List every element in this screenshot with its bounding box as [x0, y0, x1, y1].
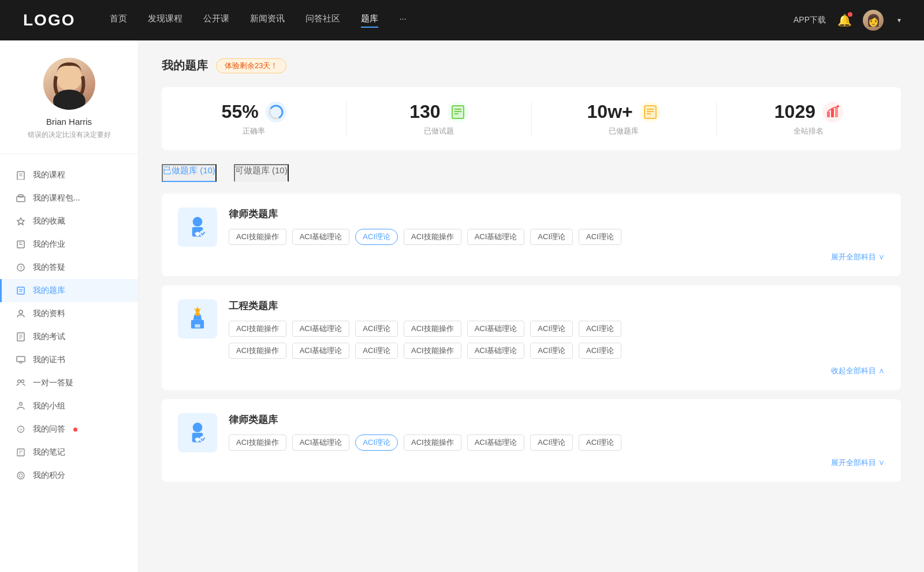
favorites-icon — [16, 216, 26, 226]
tag[interactable]: ACI基础理论 — [467, 343, 525, 359]
onetoone-icon — [16, 378, 26, 388]
stat-accuracy-value: 55% — [222, 101, 259, 122]
sidebar-item-courses[interactable]: 我的课程 — [0, 164, 138, 187]
tag[interactable]: ACI基础理论 — [467, 229, 525, 245]
user-menu-chevron[interactable]: ▾ — [897, 16, 901, 24]
tag[interactable]: ACI基础理论 — [292, 321, 350, 337]
tag[interactable]: ACI技能操作 — [404, 434, 461, 451]
svg-point-56 — [195, 309, 199, 313]
tag[interactable]: ACI理论 — [579, 321, 621, 337]
sidebar-item-qa[interactable]: ? 我的答疑 — [0, 256, 138, 279]
sidebar-item-coursepack[interactable]: 我的课程包... — [0, 187, 138, 210]
sidebar-item-homework[interactable]: 我的作业 — [0, 233, 138, 256]
stat-done-banks: 10w+ 已做题库 — [532, 101, 717, 136]
tag[interactable]: ACI技能操作 — [229, 434, 286, 451]
sidebar-label: 一对一答疑 — [33, 378, 73, 388]
tag[interactable]: ACI基础理论 — [292, 434, 350, 451]
svg-text:?: ? — [19, 265, 22, 271]
tag[interactable]: ACI基础理论 — [292, 229, 350, 245]
tags-row2-engineer: ACI技能操作 ACI基础理论 ACI理论 ACI技能操作 ACI基础理论 AC… — [229, 343, 885, 359]
tag[interactable]: ACI技能操作 — [404, 229, 461, 245]
svg-rect-13 — [17, 287, 24, 294]
title-row: 我的题库 体验剩余23天！ — [162, 58, 901, 73]
notification-bell[interactable]: 🔔 — [837, 13, 851, 27]
tag[interactable]: ACI理论 — [355, 321, 398, 337]
tags-row-lawyer-2: ACI技能操作 ACI基础理论 ACI理论 ACI技能操作 ACI基础理论 AC… — [229, 434, 885, 451]
nav-discover[interactable]: 发现课程 — [148, 13, 182, 28]
tag[interactable]: ACI技能操作 — [404, 321, 461, 337]
tag[interactable]: ACI理论 — [530, 229, 573, 245]
tab-done-banks[interactable]: 已做题库 (10) — [162, 164, 217, 182]
stat-accuracy: 55% 正确率 — [162, 101, 346, 136]
tag[interactable]: ACI理论 — [355, 343, 398, 359]
nav-opencourse[interactable]: 公开课 — [203, 13, 229, 28]
tag[interactable]: ACI理论 — [579, 229, 621, 245]
stat-accuracy-icon — [266, 102, 286, 122]
sidebar-item-notes[interactable]: 我的笔记 — [0, 441, 138, 464]
sidebar-label: 我的证书 — [33, 355, 65, 365]
svg-marker-7 — [17, 218, 24, 225]
sidebar-item-exam[interactable]: 我的考试 — [0, 325, 138, 348]
tag[interactable]: ACI基础理论 — [467, 434, 525, 451]
coursepack-icon — [16, 193, 26, 203]
sidebar-label: 我的答疑 — [33, 262, 65, 273]
stat-done-questions-label: 已做试题 — [358, 126, 519, 136]
nav-more[interactable]: ··· — [399, 13, 407, 28]
svg-point-25 — [20, 403, 23, 406]
tag[interactable]: ACI基础理论 — [467, 321, 525, 337]
nav-news[interactable]: 新闻资讯 — [250, 13, 285, 28]
exam-icon — [16, 332, 26, 342]
sidebar-item-points[interactable]: 我的积分 — [0, 464, 138, 487]
bank-info-engineer: 工程类题库 ACI技能操作 ACI基础理论 ACI理论 ACI技能操作 ACI基… — [229, 299, 885, 376]
tag[interactable]: ACI理论 — [579, 343, 621, 359]
tag[interactable]: ACI技能操作 — [404, 343, 461, 359]
profile-name: Brian Harris — [12, 117, 126, 127]
sidebar-item-myqa[interactable]: ? 我的问答 — [0, 418, 138, 441]
sidebar-item-group[interactable]: 我的小组 — [0, 395, 138, 418]
page-layout: Brian Harris 错误的决定比没有决定要好 我的课程 我的课程包... … — [0, 40, 924, 572]
nav-home[interactable]: 首页 — [110, 13, 127, 28]
sidebar-label: 我的题库 — [33, 285, 65, 296]
stat-done-banks-value: 10w+ — [587, 101, 633, 122]
sidebar-item-profile[interactable]: 我的资料 — [0, 302, 138, 325]
tag[interactable]: ACI理论 — [530, 434, 573, 451]
stat-ranking-value: 1029 — [774, 101, 815, 122]
svg-rect-60 — [195, 324, 200, 328]
tag[interactable]: ACI理论 — [530, 343, 573, 359]
svg-rect-6 — [18, 195, 23, 197]
bank-card-lawyer-1: 律师类题库 ACI技能操作 ACI基础理论 ACI理论 ACI技能操作 ACI基… — [162, 194, 901, 276]
app-download-button[interactable]: APP下载 — [793, 15, 826, 25]
svg-rect-46 — [831, 109, 834, 117]
group-icon — [16, 401, 26, 411]
sidebar-item-onetoone[interactable]: 一对一答疑 — [0, 372, 138, 395]
tabs-row: 已做题库 (10) 可做题库 (10) — [162, 164, 901, 182]
sidebar-item-certificate[interactable]: 我的证书 — [0, 348, 138, 372]
page-title: 我的题库 — [162, 58, 208, 73]
svg-point-23 — [18, 380, 21, 383]
tag-active[interactable]: ACI理论 — [355, 229, 398, 245]
svg-rect-35 — [452, 106, 464, 118]
expand-link-lawyer-2[interactable]: 展开全部科目 ∨ — [229, 458, 885, 468]
bank-card-lawyer-2: 律师类题库 ACI技能操作 ACI基础理论 ACI理论 ACI技能操作 ACI基… — [162, 399, 901, 482]
notes-icon — [16, 447, 26, 458]
sidebar-item-questionbank[interactable]: 我的题库 — [0, 279, 138, 302]
user-avatar-nav[interactable]: 👩 — [863, 10, 884, 31]
profile-motto: 错误的决定比没有决定要好 — [12, 130, 126, 140]
tab-available-banks[interactable]: 可做题库 (10) — [234, 164, 289, 182]
tag[interactable]: ACI理论 — [530, 321, 573, 337]
nav-questionbank[interactable]: 题库 — [361, 13, 378, 28]
collapse-link-engineer[interactable]: 收起全部科目 ∧ — [229, 366, 885, 376]
nav-qa[interactable]: 问答社区 — [305, 13, 340, 28]
tag[interactable]: ACI基础理论 — [292, 343, 350, 359]
tag[interactable]: ACI理论 — [579, 434, 621, 451]
logo[interactable]: LOGO — [23, 11, 75, 29]
sidebar-item-favorites[interactable]: 我的收藏 — [0, 210, 138, 233]
svg-point-49 — [193, 217, 203, 226]
expand-link-lawyer-1[interactable]: 展开全部科目 ∨ — [229, 252, 885, 262]
tag[interactable]: ACI技能操作 — [229, 229, 286, 245]
tag-active[interactable]: ACI理论 — [355, 434, 398, 451]
tag[interactable]: ACI技能操作 — [229, 321, 286, 337]
svg-point-24 — [21, 380, 24, 383]
tag[interactable]: ACI技能操作 — [229, 343, 286, 359]
svg-rect-28 — [17, 449, 24, 456]
